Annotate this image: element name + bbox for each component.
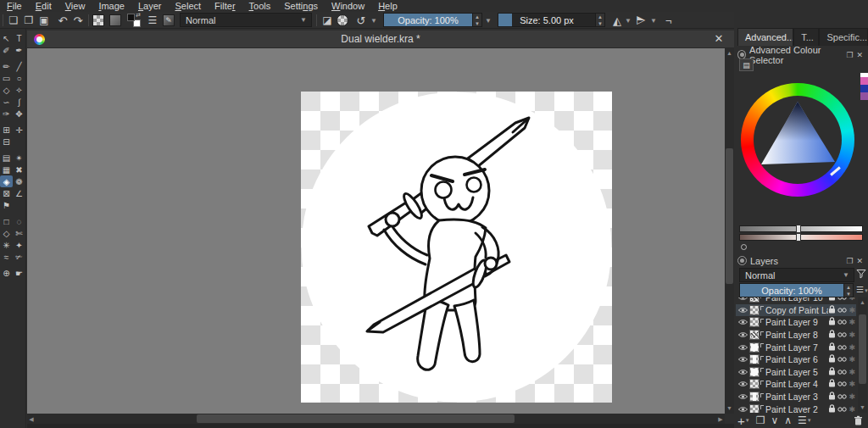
size-spinner[interactable]: ▲▼ xyxy=(596,13,605,27)
layer-alpha-icon[interactable] xyxy=(837,354,847,364)
layer-name[interactable]: Paint Layer 2 xyxy=(765,404,828,413)
colour-sampler-tool-icon[interactable]: ✴ xyxy=(13,152,25,164)
freehand-brush-tool-icon[interactable]: ✏ xyxy=(0,60,13,72)
layer-visibility-eye-icon[interactable] xyxy=(738,404,749,413)
menu-file[interactable]: File xyxy=(0,0,29,12)
document-close-icon[interactable]: ✕ xyxy=(712,32,726,46)
layer-gear-icon[interactable]: ✱ xyxy=(849,355,855,364)
pattern-swatch[interactable] xyxy=(92,13,104,28)
selector-settings-button[interactable]: ▤ xyxy=(739,58,754,71)
layer-lock-icon[interactable] xyxy=(828,317,836,327)
layer-visibility-eye-icon[interactable] xyxy=(738,330,749,340)
layer-gear-icon[interactable]: ✱ xyxy=(849,306,855,314)
menu-settings[interactable]: Settings xyxy=(277,0,325,12)
scroll-up-icon[interactable]: ▲ xyxy=(858,298,867,307)
pattern-edit-tool-icon[interactable]: ▦ xyxy=(0,164,13,175)
blending-mode-combo[interactable]: Normal▼ xyxy=(180,13,312,27)
layer-row[interactable]: Paint Layer 5✱ xyxy=(736,366,856,379)
wrap-around-mode-icon[interactable]: ⌐ xyxy=(662,13,676,28)
layer-row[interactable]: Paint Layer 2✱ xyxy=(736,403,856,413)
docker-close-icon[interactable]: ✕ xyxy=(856,51,863,59)
layer-thumbnail[interactable] xyxy=(749,379,760,389)
layer-alpha-icon[interactable] xyxy=(837,305,847,315)
layer-lock-icon[interactable] xyxy=(828,305,836,315)
layer-name[interactable]: Copy of Paint La... xyxy=(765,305,828,315)
swap-colors-icon[interactable]: ⇄ xyxy=(136,12,141,19)
layer-gear-icon[interactable]: ✱ xyxy=(849,343,855,352)
layer-thumbnail[interactable] xyxy=(749,305,760,315)
layer-lock-icon[interactable] xyxy=(828,354,836,364)
layer-visibility-eye-icon[interactable] xyxy=(738,342,749,353)
layer-thumbnail[interactable] xyxy=(749,317,760,327)
layer-thumbnail[interactable] xyxy=(749,342,760,353)
layer-gear-icon[interactable]: ✱ xyxy=(849,380,855,388)
layer-visibility-eye-icon[interactable] xyxy=(738,297,749,303)
history-swatch[interactable] xyxy=(860,77,868,85)
size-slider[interactable]: Size: 5.00 px xyxy=(498,13,596,27)
history-swatch[interactable] xyxy=(860,92,868,100)
undo-icon[interactable]: ↶ xyxy=(56,13,70,28)
polygon-select-tool-icon[interactable]: ◇ xyxy=(0,227,13,239)
canvas-vertical-scrollbar[interactable]: ▲ ▼ xyxy=(725,48,734,414)
bezier-select-tool-icon[interactable]: ≈ xyxy=(0,251,13,263)
layer-lock-icon[interactable] xyxy=(828,379,836,389)
menu-select[interactable]: Select xyxy=(169,0,209,12)
layer-visibility-eye-icon[interactable] xyxy=(738,392,749,402)
colorize-mask-tool-icon[interactable]: ✖ xyxy=(13,164,25,175)
layer-gear-icon[interactable]: ✱ xyxy=(849,392,855,401)
reload-caret-icon[interactable]: ▼ xyxy=(370,13,378,28)
layer-thumbnail[interactable] xyxy=(749,297,760,303)
fill-tool-icon[interactable]: ◈ xyxy=(0,175,13,187)
redo-icon[interactable]: ↷ xyxy=(71,13,85,28)
hscroll-thumb[interactable] xyxy=(197,414,515,423)
rectangle-tool-icon[interactable]: ▭ xyxy=(0,72,13,84)
layer-alpha-icon[interactable] xyxy=(837,404,847,413)
layer-thumbnail[interactable] xyxy=(749,330,760,340)
scroll-up-icon[interactable]: ▲ xyxy=(725,49,734,58)
layer-thumbnail[interactable] xyxy=(749,354,760,364)
docker-lock-icon[interactable] xyxy=(737,256,747,265)
contiguous-select-tool-icon[interactable]: ✳ xyxy=(0,239,13,251)
assistants-tool-icon[interactable]: ⚑ xyxy=(0,199,13,211)
layer-properties-button[interactable]: ☰▼ xyxy=(798,414,812,426)
new-document-icon[interactable]: ❏ xyxy=(7,13,20,28)
dynamic-brush-tool-icon[interactable]: ✑ xyxy=(0,108,13,120)
shade-slider-top[interactable] xyxy=(739,225,863,232)
layer-name[interactable]: Paint Layer 3 xyxy=(765,392,828,402)
layer-lock-icon[interactable] xyxy=(828,297,836,303)
layer-alpha-icon[interactable] xyxy=(837,367,847,377)
docker-tab-t[interactable]: T... xyxy=(793,28,819,46)
foreground-background-colors[interactable]: ⇄ xyxy=(127,13,141,28)
polygon-tool-icon[interactable]: ◇ xyxy=(0,84,13,96)
transform-tool-icon[interactable]: ⊞ xyxy=(0,124,13,136)
layer-gear-icon[interactable]: ✱ xyxy=(849,297,855,302)
layer-gear-icon[interactable]: ✱ xyxy=(849,331,855,339)
layer-row[interactable]: Paint Layer 10✱ xyxy=(736,297,856,304)
shade-handle-top[interactable] xyxy=(796,225,801,233)
preserve-alpha-icon[interactable] xyxy=(337,13,348,28)
layer-alpha-icon[interactable] xyxy=(837,330,847,340)
duplicate-layer-button[interactable]: ❐ xyxy=(756,414,765,426)
pan-tool-icon[interactable]: ☛ xyxy=(13,267,25,279)
layer-opacity-slider[interactable]: Opacity: 100% xyxy=(739,283,844,297)
layer-list-scrollbar[interactable]: ▲ ▼ xyxy=(858,297,867,413)
opacity-slider[interactable]: Opacity: 100% xyxy=(383,13,473,27)
docker-float-icon[interactable]: ❐ xyxy=(846,257,853,265)
layer-gear-icon[interactable]: ✱ xyxy=(849,318,855,326)
layer-thumbnail[interactable] xyxy=(749,367,760,377)
layer-visibility-eye-icon[interactable] xyxy=(738,367,749,377)
gradient-swatch[interactable] xyxy=(109,13,121,28)
layer-lock-icon[interactable] xyxy=(828,330,836,340)
measure-tool-icon[interactable]: ∠ xyxy=(13,187,25,199)
layer-blend-mode-combo[interactable]: Normal▼ xyxy=(739,268,854,282)
mirror-horizontal-icon[interactable]: ◭ xyxy=(610,13,624,28)
docker-close-icon[interactable]: ✕ xyxy=(856,257,863,265)
mirror-vertical-icon[interactable]: ◭ xyxy=(635,14,650,27)
canvas-drawing[interactable] xyxy=(301,92,612,403)
layer-name[interactable]: Paint Layer 6 xyxy=(765,354,828,364)
layer-name[interactable]: Paint Layer 5 xyxy=(765,367,828,377)
zoom-tool-icon[interactable]: ⊕ xyxy=(0,267,13,279)
smart-patch-tool-icon[interactable]: ⊠ xyxy=(0,187,13,199)
layer-name[interactable]: Paint Layer 7 xyxy=(765,342,828,353)
layer-visibility-eye-icon[interactable] xyxy=(738,354,749,364)
